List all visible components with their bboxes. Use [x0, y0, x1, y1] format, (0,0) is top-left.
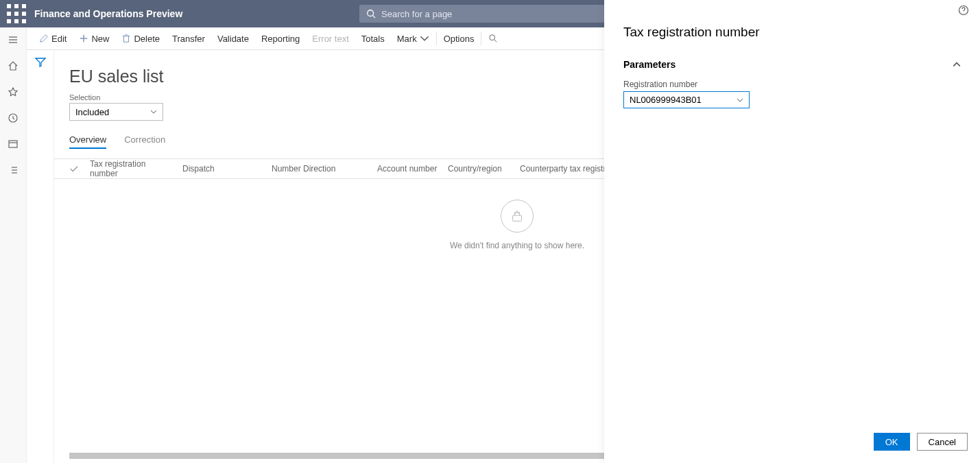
edit-label: Edit [51, 34, 67, 44]
selection-value: Included [75, 107, 109, 117]
find-button[interactable] [482, 27, 504, 49]
svg-line-17 [494, 40, 497, 43]
filter-icon[interactable] [35, 57, 46, 68]
global-search[interactable] [359, 5, 604, 23]
tab-overview[interactable]: Overview [69, 134, 106, 149]
registration-number-label: Registration number [623, 80, 961, 89]
waffle-menu[interactable] [5, 3, 27, 25]
edit-button[interactable]: Edit [33, 27, 73, 49]
svg-point-32 [516, 211, 518, 213]
search-icon [366, 9, 376, 19]
search-icon [488, 34, 498, 43]
registration-number-dropdown[interactable]: NL006999943B01 [623, 91, 750, 108]
mark-label: Mark [397, 34, 417, 44]
col-number[interactable]: Number [272, 164, 303, 174]
plus-icon [79, 34, 88, 43]
delete-button[interactable]: Delete [115, 27, 166, 49]
parameters-section-header[interactable]: Parameters [623, 55, 961, 80]
col-dispatch[interactable]: Dispatch [182, 164, 272, 174]
select-all-check[interactable] [69, 164, 90, 174]
error-text-label: Error text [312, 34, 348, 44]
col-tax-registration[interactable]: Tax registration number [90, 159, 182, 178]
app-title: Finance and Operations Preview [34, 8, 182, 19]
favorites-icon[interactable] [6, 85, 20, 99]
workspaces-icon[interactable] [6, 137, 20, 151]
transfer-button[interactable]: Transfer [166, 27, 211, 49]
svg-rect-2 [22, 4, 26, 8]
new-button[interactable]: New [73, 27, 115, 49]
svg-rect-0 [7, 4, 11, 8]
svg-rect-6 [7, 19, 11, 23]
chevron-down-icon [420, 34, 429, 43]
col-account[interactable]: Account number [377, 164, 448, 174]
flyout-title: Tax registration number [604, 21, 980, 49]
empty-illustration [501, 200, 534, 233]
hamburger-menu[interactable] [6, 33, 20, 47]
col-country[interactable]: Country/region [448, 164, 520, 174]
svg-point-9 [368, 10, 374, 16]
svg-rect-5 [22, 12, 26, 16]
svg-rect-30 [513, 215, 522, 221]
pencil-icon [39, 34, 49, 43]
svg-rect-3 [7, 12, 11, 16]
chevron-down-icon [737, 97, 743, 104]
chevron-up-icon [953, 60, 961, 69]
totals-button[interactable]: Totals [355, 27, 391, 49]
tab-correction[interactable]: Correction [124, 134, 165, 149]
recent-icon[interactable] [6, 111, 20, 125]
separator [481, 32, 481, 45]
modules-icon[interactable] [6, 163, 20, 177]
validate-label: Validate [217, 34, 249, 44]
col-direction[interactable]: Direction [303, 164, 377, 174]
error-text-button: Error text [306, 27, 355, 49]
new-label: New [91, 34, 109, 44]
svg-rect-13 [124, 36, 129, 43]
svg-line-10 [373, 16, 376, 19]
validate-button[interactable]: Validate [211, 27, 255, 49]
search-input[interactable] [381, 9, 597, 19]
delete-label: Delete [134, 34, 160, 44]
reporting-label: Reporting [261, 34, 300, 44]
ok-button[interactable]: OK [874, 433, 910, 451]
svg-rect-1 [14, 4, 19, 8]
chevron-down-icon [150, 108, 157, 115]
svg-rect-7 [14, 19, 19, 23]
options-button[interactable]: Options [438, 27, 481, 49]
help-icon[interactable] [958, 5, 969, 16]
trash-icon [121, 34, 131, 43]
svg-point-16 [490, 35, 495, 40]
svg-rect-4 [14, 12, 19, 16]
home-icon[interactable] [6, 59, 20, 73]
svg-rect-8 [22, 19, 26, 23]
registration-number-value: NL006999943B01 [630, 95, 702, 105]
totals-label: Totals [361, 34, 385, 44]
selection-dropdown[interactable]: Included [69, 103, 163, 121]
empty-text: We didn't find anything to show here. [450, 241, 584, 250]
options-label: Options [444, 34, 475, 44]
mark-button[interactable]: Mark [391, 27, 435, 49]
section-label: Parameters [623, 59, 676, 70]
transfer-label: Transfer [172, 34, 205, 44]
svg-rect-22 [9, 141, 17, 147]
separator [436, 32, 437, 45]
cancel-button[interactable]: Cancel [917, 433, 968, 451]
reporting-button[interactable]: Reporting [255, 27, 306, 49]
